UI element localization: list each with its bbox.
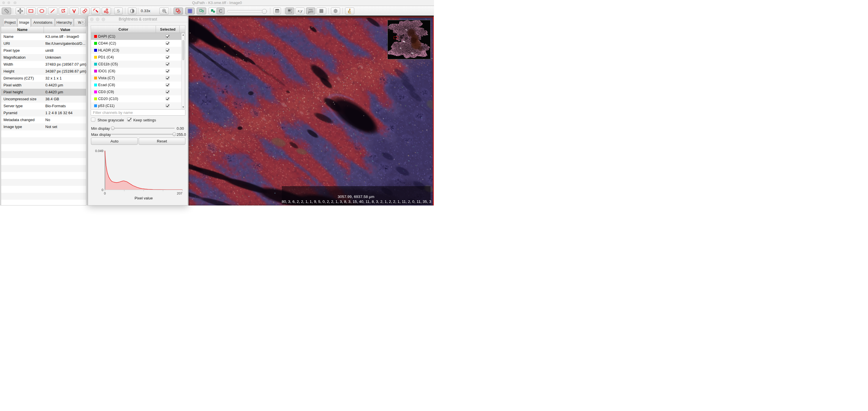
svg-text:0: 0 bbox=[104, 192, 106, 195]
svg-text:207: 207 bbox=[177, 192, 182, 195]
svg-text:0: 0 bbox=[101, 188, 103, 192]
svg-text:Pixel value: Pixel value bbox=[134, 196, 153, 200]
svg-text:µm: µm bbox=[308, 9, 313, 13]
svg-text:C: C bbox=[219, 8, 222, 13]
svg-text:S: S bbox=[117, 8, 120, 13]
svg-text:x,y: x,y bbox=[298, 9, 303, 13]
svg-text:0.049: 0.049 bbox=[95, 149, 103, 153]
